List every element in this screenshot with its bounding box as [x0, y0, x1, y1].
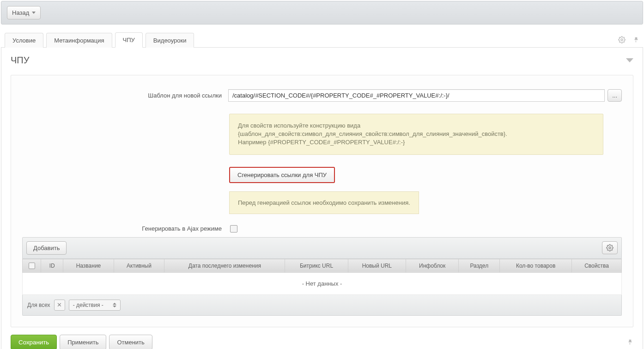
- warn-block: Перед генерацией ссылок необходимо сохра…: [229, 191, 419, 214]
- template-label: Шаблон для новой ссылки: [22, 92, 225, 99]
- save-button[interactable]: Сохранить: [11, 335, 57, 349]
- clear-selection-button[interactable]: ✕: [54, 300, 65, 311]
- back-button-label: Назад: [12, 9, 29, 16]
- ajax-label: Генерировать в Ajax режиме: [22, 225, 225, 232]
- tabs: Условие Метаинформация ЧПУ Видеоуроки: [1, 25, 643, 48]
- column-header[interactable]: Раздел: [459, 259, 500, 272]
- column-header[interactable]: Кол-во товаров: [500, 259, 572, 272]
- cancel-button[interactable]: Отменить: [109, 335, 152, 349]
- template-row: Шаблон для новой ссылки ...: [22, 89, 622, 102]
- caret-down-icon: [32, 12, 36, 14]
- generate-row: Сгенерировать ссылки для ЧПУ: [229, 167, 622, 183]
- tab-video[interactable]: Видеоуроки: [146, 33, 194, 48]
- help-line: Например {#PROPERTY_CODE#_#PROPERTY_VALU…: [238, 138, 595, 147]
- collapse-icon[interactable]: [626, 58, 633, 62]
- data-grid: ID Название Активный Дата последнего изм…: [22, 259, 622, 295]
- template-input[interactable]: [228, 89, 605, 102]
- add-button[interactable]: Добавить: [26, 241, 67, 255]
- form-area: Шаблон для новой ссылки ... Для свойств …: [11, 75, 633, 327]
- column-header[interactable]: Дата последнего изменения: [164, 259, 285, 272]
- back-button[interactable]: Назад: [7, 6, 41, 19]
- gear-icon[interactable]: [618, 36, 626, 43]
- bottom-actions: Сохранить Применить Отменить: [11, 327, 633, 349]
- column-header[interactable]: Инфоблок: [406, 259, 459, 272]
- ajax-row: Генерировать в Ajax режиме: [22, 225, 622, 233]
- panel-title: ЧПУ: [11, 55, 29, 66]
- svg-point-0: [621, 39, 623, 41]
- empty-row: - Нет данных -: [23, 272, 622, 294]
- column-header[interactable]: Название: [63, 259, 114, 272]
- actions-select[interactable]: - действия -: [69, 300, 121, 311]
- panel: ЧПУ Шаблон для новой ссылки ... Для свой…: [1, 48, 643, 349]
- column-header[interactable]: ID: [41, 259, 63, 272]
- grid-toolbar: Добавить: [22, 237, 622, 259]
- updown-icon: [113, 303, 116, 307]
- panel-header: ЧПУ: [11, 55, 633, 66]
- column-header[interactable]: Битрикс URL: [285, 259, 348, 272]
- tab-condition[interactable]: Условие: [5, 33, 43, 48]
- pin-icon[interactable]: [627, 338, 633, 346]
- warn-wrap: Перед генерацией ссылок необходимо сохра…: [229, 191, 622, 214]
- column-header[interactable]: Свойства: [571, 259, 621, 272]
- tab-meta[interactable]: Метаинформация: [46, 33, 112, 48]
- actions-select-label: - действия -: [73, 302, 103, 308]
- grid-settings-button[interactable]: [602, 241, 618, 254]
- template-ellipsis-button[interactable]: ...: [608, 89, 622, 102]
- top-bar: Назад: [1, 1, 643, 24]
- column-header[interactable]: Новый URL: [348, 259, 406, 272]
- ajax-checkbox[interactable]: [230, 225, 237, 233]
- generate-button[interactable]: Сгенерировать ссылки для ЧПУ: [229, 167, 335, 183]
- header-checkbox[interactable]: [23, 259, 41, 272]
- tab-sef[interactable]: ЧПУ: [115, 32, 143, 48]
- grid-footer: Для всех ✕ - действия -: [22, 295, 622, 316]
- help-block: Для свойств используйте конструкцию вида…: [229, 114, 603, 155]
- select-all-checkbox[interactable]: [29, 263, 35, 269]
- help-line: {шаблон_для_свойств:символ_для_слияния_с…: [238, 130, 595, 138]
- column-header[interactable]: Активный: [114, 259, 164, 272]
- apply-button[interactable]: Применить: [60, 335, 106, 349]
- svg-point-1: [609, 247, 611, 249]
- pin-icon[interactable]: [633, 36, 639, 43]
- for-all-link[interactable]: Для всех: [27, 302, 50, 308]
- help-line: Для свойств используйте конструкцию вида: [238, 122, 595, 130]
